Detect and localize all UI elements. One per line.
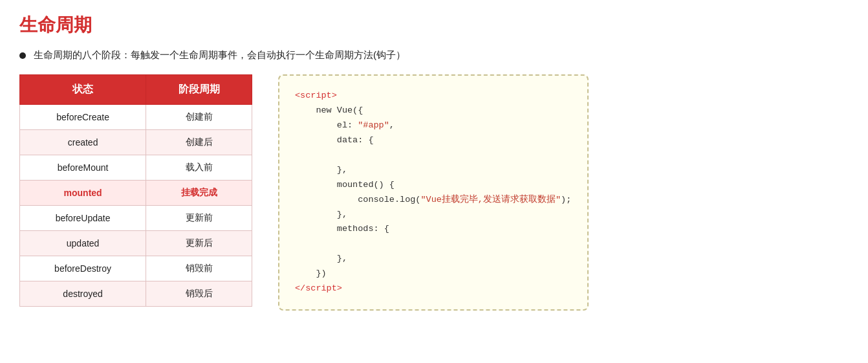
page-title: 生命周期	[19, 13, 849, 38]
table-row: beforeCreate创建前	[20, 105, 252, 130]
code-string: "#app"	[358, 120, 389, 130]
bullet-dot	[19, 52, 26, 59]
main-layout: 状态 阶段周期 beforeCreate创建前created创建后beforeM…	[19, 74, 849, 311]
table-row: beforeUpdate更新前	[20, 206, 252, 231]
lifecycle-table: 状态 阶段周期 beforeCreate创建前created创建后beforeM…	[19, 74, 252, 307]
code-tag: <script>	[295, 91, 337, 100]
code-keyword: console.log(	[358, 195, 420, 204]
table-cell-phase: 挂载完成	[146, 181, 252, 206]
table-cell-phase: 载入前	[146, 155, 252, 181]
code-line: console.log("Vue挂载完毕,发送请求获取数据");	[295, 193, 572, 208]
table-row: updated更新后	[20, 231, 252, 256]
code-line: },	[295, 208, 572, 223]
table-cell-phase: 销毁前	[146, 256, 252, 281]
code-line	[295, 237, 572, 252]
table-cell-state: beforeDestroy	[20, 256, 146, 281]
table-cell-state: created	[20, 130, 146, 155]
table-row: destroyed销毁后	[20, 281, 252, 307]
table-cell-state: destroyed	[20, 281, 146, 307]
table-row: beforeDestroy销毁前	[20, 256, 252, 281]
table-row: created创建后	[20, 130, 252, 155]
code-keyword: },	[337, 165, 347, 175]
code-line	[295, 148, 572, 163]
code-keyword: mounted() {	[337, 180, 395, 190]
table-cell-state: beforeMount	[20, 155, 146, 181]
table-cell-phase: 创建后	[146, 130, 252, 155]
col-header-state: 状态	[20, 75, 146, 105]
code-keyword: );	[561, 195, 571, 204]
table-row: mounted挂载完成	[20, 181, 252, 206]
code-line: methods: {	[295, 222, 572, 237]
table-cell-state: beforeCreate	[20, 105, 146, 130]
bullet-section: 生命周期的八个阶段：每触发一个生命周期事件，会自动执行一个生命周期方法(钩子）	[19, 49, 849, 61]
code-keyword: data: {	[337, 135, 374, 145]
table-cell-phase: 销毁后	[146, 281, 252, 307]
code-keyword: new Vue({	[316, 105, 363, 115]
code-line: data: {	[295, 133, 572, 148]
code-keyword: methods: {	[337, 224, 389, 234]
code-keyword: el:	[337, 120, 358, 130]
code-tag: </script>	[295, 283, 342, 293]
code-keyword: ,	[389, 120, 395, 130]
code-line: },	[295, 252, 572, 267]
table-header-row: 状态 阶段周期	[20, 75, 252, 105]
table-cell-state: updated	[20, 231, 146, 256]
code-block: <script> new Vue({ el: "#app", data: { }…	[278, 74, 589, 311]
code-line: },	[295, 163, 572, 178]
code-line: </script>	[295, 281, 572, 296]
col-header-phase: 阶段周期	[146, 75, 252, 105]
table-row: beforeMount载入前	[20, 155, 252, 181]
code-keyword: },	[337, 254, 347, 263]
table-cell-state: mounted	[20, 181, 146, 206]
code-line: })	[295, 267, 572, 281]
table-cell-phase: 创建前	[146, 105, 252, 130]
table-cell-phase: 更新后	[146, 231, 252, 256]
code-line: mounted() {	[295, 178, 572, 193]
code-keyword: })	[316, 269, 326, 278]
table-cell-state: beforeUpdate	[20, 206, 146, 231]
code-line: <script>	[295, 89, 572, 104]
code-line: el: "#app",	[295, 118, 572, 133]
table-cell-phase: 更新前	[146, 206, 252, 231]
code-keyword: },	[337, 210, 347, 219]
code-string: "Vue挂载完毕,发送请求获取数据"	[420, 195, 561, 204]
code-line: new Vue({	[295, 104, 572, 118]
bullet-text: 生命周期的八个阶段：每触发一个生命周期事件，会自动执行一个生命周期方法(钩子）	[34, 49, 406, 61]
